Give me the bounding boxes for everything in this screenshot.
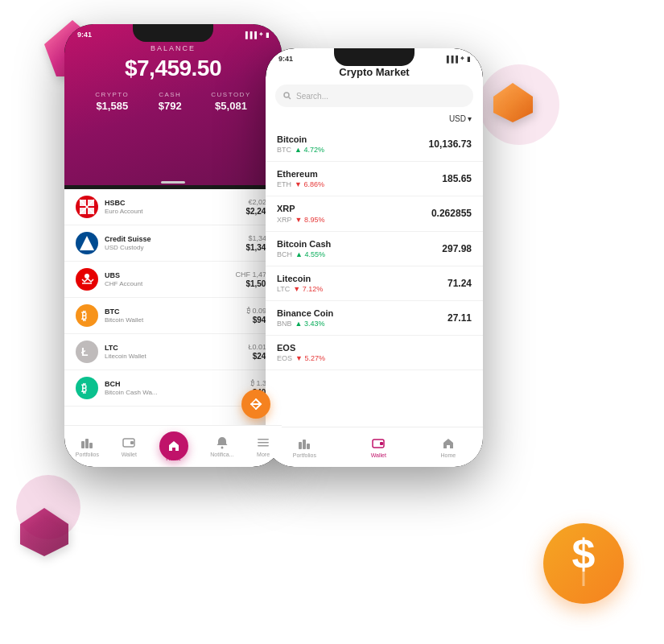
crypto-info-0: BitcoinBTC▲ 4.72% xyxy=(277,134,429,154)
cash-label: CASH xyxy=(159,91,182,98)
svg-rect-23 xyxy=(307,444,310,449)
home-label: Home xyxy=(166,456,181,461)
gem-right-mid xyxy=(491,80,535,128)
right-wifi-icon: ⌖ xyxy=(460,55,464,63)
custody-label: CUSTODY xyxy=(211,91,250,98)
svg-rect-17 xyxy=(258,442,269,444)
svg-text:Ł: Ł xyxy=(81,345,89,358)
search-bar[interactable]: Search... xyxy=(275,85,473,107)
nav-notifications[interactable]: Notifica... xyxy=(210,436,233,457)
account-item-4[interactable]: ŁLTCLitecoin WalletŁ0.014$240 xyxy=(64,334,282,370)
balance-amount: $7,459.50 xyxy=(64,56,282,81)
crypto-price-1: 185.65 xyxy=(442,173,472,184)
cash-value: $792 xyxy=(159,100,182,112)
crypto-info-4: LitecoinLTC▼ 7.12% xyxy=(277,274,447,293)
crypto-item-2[interactable]: XRPXRP▼ 8.95%0.262855 xyxy=(266,196,483,231)
drag-handle[interactable] xyxy=(161,181,185,184)
account-info-0: HSBCEuro Account xyxy=(105,199,245,215)
right-nav-wallet[interactable]: Wallet xyxy=(371,436,386,458)
svg-line-20 xyxy=(289,97,291,100)
battery-icon: ▮ xyxy=(266,31,269,39)
crypto-list: BitcoinBTC▲ 4.72%10,136.73EthereumETH▼ 6… xyxy=(266,127,483,427)
crypto-item-0[interactable]: BitcoinBTC▲ 4.72%10,136.73 xyxy=(266,127,483,162)
svg-rect-10 xyxy=(81,441,85,448)
wifi-icon: ⌖ xyxy=(259,31,263,39)
fab-button[interactable] xyxy=(241,390,270,419)
svg-text:₿: ₿ xyxy=(81,309,87,322)
svg-marker-2 xyxy=(493,83,533,122)
right-signal-icon: ▐▐▐ xyxy=(444,56,458,63)
crypto-breakdown: CRYPTO $1,585 xyxy=(95,91,129,112)
balance-section: BALANCE $7,459.50 CRYPTO $1,585 CASH $79… xyxy=(64,44,282,112)
search-placeholder: Search... xyxy=(296,92,328,101)
bottom-nav: Portfolios Wallet xyxy=(64,425,282,467)
crypto-info-1: EthereumETH▼ 6.86% xyxy=(277,169,442,188)
account-item-0[interactable]: HSBCEuro Account€2,020$2,240 xyxy=(64,189,282,225)
wallet-icon xyxy=(122,436,136,450)
dollar-coin: $ xyxy=(543,523,624,604)
crypto-market-title: Crypto Market xyxy=(266,66,483,78)
search-icon xyxy=(283,92,291,100)
account-info-1: Credit SuisseUSD Custody xyxy=(105,235,245,251)
balance-label: BALANCE xyxy=(64,44,282,52)
right-nav-portfolios[interactable]: Portfolios xyxy=(293,436,316,458)
svg-point-19 xyxy=(284,93,289,97)
crypto-item-5[interactable]: Binance CoinBNB▲ 3.43%27.11 xyxy=(266,301,483,336)
nav-wallet[interactable]: Wallet xyxy=(122,436,137,457)
nav-portfolios[interactable]: Portfolios xyxy=(76,436,99,457)
nav-home[interactable]: Home xyxy=(159,431,188,461)
accounts-list: HSBCEuro Account€2,020$2,240Credit Suiss… xyxy=(64,189,282,425)
wallet-label: Wallet xyxy=(122,452,137,457)
phone-left-status-bar: 9:41 ▐▐▐ ⌖ ▮ xyxy=(77,27,269,42)
cash-breakdown: CASH $792 xyxy=(159,91,182,112)
account-info-3: BTCBitcoin Wallet xyxy=(105,308,247,324)
right-battery-icon: ▮ xyxy=(467,56,470,63)
portfolios-icon xyxy=(80,436,94,450)
portfolios-label: Portfolios xyxy=(76,452,99,457)
right-home-icon xyxy=(441,436,456,451)
svg-rect-12 xyxy=(89,443,93,448)
crypto-value: $1,585 xyxy=(95,100,129,112)
right-portfolios-label: Portfolios xyxy=(293,452,316,458)
svg-rect-25 xyxy=(380,442,383,445)
crypto-item-3[interactable]: Bitcoin CashBCH▲ 4.55%297.98 xyxy=(266,232,483,266)
svg-point-15 xyxy=(221,447,223,449)
svg-rect-22 xyxy=(303,440,306,449)
account-item-1[interactable]: Credit SuisseUSD Custody$1,340$1,340 xyxy=(64,225,282,262)
right-wallet-label: Wallet xyxy=(371,452,386,458)
crypto-price-5: 27.11 xyxy=(447,312,472,324)
crypto-item-6[interactable]: EOSEOS▼ 5.27% xyxy=(266,336,483,370)
crypto-info-6: EOSEOS▼ 5.27% xyxy=(277,343,472,362)
crypto-info-5: Binance CoinBNB▲ 3.43% xyxy=(277,308,447,328)
svg-point-5 xyxy=(85,274,89,279)
right-wallet-icon xyxy=(371,436,386,451)
account-item-2[interactable]: UBSCHF AccountCHF 1,471$1,500 xyxy=(64,262,282,298)
svg-rect-16 xyxy=(258,439,269,440)
right-portfolios-icon xyxy=(297,436,311,451)
crypto-item-4[interactable]: LitecoinLTC▼ 7.12%71.24 xyxy=(266,266,483,301)
crypto-item-1[interactable]: EthereumETH▼ 6.86%185.65 xyxy=(266,162,483,196)
right-status-time: 9:41 xyxy=(278,55,293,63)
right-nav-home[interactable]: Home xyxy=(440,436,456,458)
signal-icon: ▐▐▐ xyxy=(243,31,257,39)
svg-rect-14 xyxy=(130,441,134,444)
currency-chevron: ▾ xyxy=(468,114,472,123)
right-home-label: Home xyxy=(440,452,456,458)
phone-right: 9:41 ▐▐▐ ⌖ ▮ Crypto Market Search... xyxy=(266,48,483,467)
account-item-3[interactable]: ₿BTCBitcoin Wallet₿ 0.093$945 xyxy=(64,298,282,334)
account-info-2: UBSCHF Account xyxy=(105,271,235,287)
crypto-price-2: 0.262855 xyxy=(431,208,472,219)
phone-left: 9:41 ▐▐▐ ⌖ ▮ BALANCE $7,459.50 CRYPTO $1… xyxy=(64,24,282,467)
notifications-icon xyxy=(215,436,229,450)
nav-more[interactable]: More xyxy=(256,436,270,457)
svg-marker-1 xyxy=(20,508,68,556)
custody-breakdown: CUSTODY $5,081 xyxy=(211,91,250,112)
phone-left-screen: 9:41 ▐▐▐ ⌖ ▮ BALANCE $7,459.50 CRYPTO $1… xyxy=(64,24,282,467)
crypto-info-3: Bitcoin CashBCH▲ 4.55% xyxy=(277,239,442,258)
svg-text:₿: ₿ xyxy=(81,382,87,394)
more-icon xyxy=(256,436,270,450)
more-label: More xyxy=(257,452,270,457)
currency-select[interactable]: USD ▾ xyxy=(449,114,472,123)
account-info-4: LTCLitecoin Wallet xyxy=(105,344,248,360)
currency-value: USD xyxy=(449,114,466,123)
